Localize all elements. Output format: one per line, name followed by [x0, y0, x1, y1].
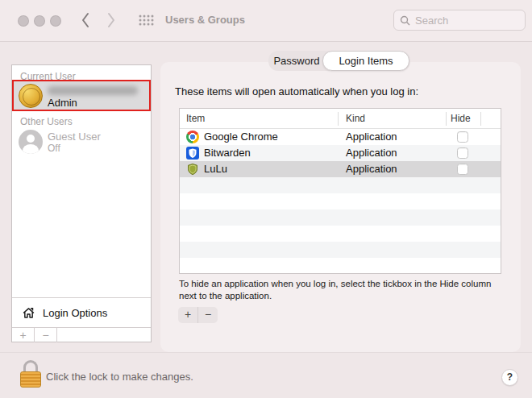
- column-divider: [480, 112, 481, 126]
- column-header-item[interactable]: Item: [186, 113, 205, 124]
- titlebar: Users & Groups: [0, 0, 532, 42]
- guest-avatar: [19, 130, 43, 154]
- chrome-icon: [186, 131, 199, 143]
- empty-table-row: [180, 226, 501, 242]
- column-header-hide[interactable]: Hide: [451, 113, 471, 124]
- login-items-intro-text: These items will open automatically when…: [175, 85, 418, 97]
- add-login-item-button[interactable]: +: [178, 307, 198, 323]
- sidebar-item-admin-user[interactable]: Admin: [12, 81, 151, 111]
- search-field[interactable]: [393, 10, 526, 31]
- chevron-right-icon: [106, 12, 116, 28]
- lock-icon[interactable]: [20, 360, 41, 388]
- login-items-table: Item Kind Hide Google Chrome Application…: [179, 108, 501, 274]
- table-row-lulu[interactable]: LuLu Application: [180, 161, 501, 177]
- add-user-button[interactable]: +: [12, 328, 35, 342]
- admin-avatar: [19, 84, 43, 108]
- current-user-section-label: Current User: [20, 71, 76, 82]
- close-window-button[interactable]: [18, 15, 29, 27]
- item-name: Bitwarden: [204, 145, 251, 161]
- hide-checkbox-bitwarden[interactable]: [457, 147, 468, 159]
- lulu-icon: [186, 163, 199, 176]
- sidebar-add-remove-bar: + −: [12, 327, 151, 342]
- user-list-sidebar: Current User Admin Other Users Guest Use…: [11, 64, 152, 342]
- search-input[interactable]: [414, 14, 513, 27]
- empty-table-row: [180, 177, 501, 193]
- column-divider: [338, 112, 339, 126]
- empty-table-row: [180, 258, 501, 274]
- login-items-add-remove-bar: + −: [178, 307, 218, 323]
- column-divider: [446, 112, 447, 126]
- item-name: Google Chrome: [204, 129, 278, 145]
- home-icon: [22, 306, 35, 319]
- window-title: Users & Groups: [165, 14, 245, 26]
- zoom-window-button[interactable]: [50, 15, 61, 27]
- sidebar-item-guest-user[interactable]: Guest User Off: [12, 127, 151, 158]
- guest-user-status: Off: [48, 143, 60, 154]
- minimize-window-button[interactable]: [34, 15, 45, 27]
- empty-table-row: [180, 209, 501, 226]
- forward-button[interactable]: [102, 10, 121, 30]
- hide-instructions-note: To hide an application when you log in, …: [179, 278, 509, 302]
- show-all-grid-icon[interactable]: [139, 15, 154, 29]
- remove-login-item-button[interactable]: −: [198, 307, 218, 323]
- help-button[interactable]: ?: [501, 369, 518, 386]
- table-header: Item Kind Hide: [180, 109, 501, 129]
- hide-checkbox-google-chrome[interactable]: [457, 131, 468, 143]
- item-kind: Application: [346, 129, 397, 145]
- guest-user-label: Guest User: [48, 131, 101, 143]
- table-row-bitwarden[interactable]: Bitwarden Application: [180, 145, 501, 161]
- table-row-google-chrome[interactable]: Google Chrome Application: [180, 129, 501, 145]
- bitwarden-icon: [186, 147, 199, 160]
- column-header-kind[interactable]: Kind: [346, 113, 365, 124]
- login-options-button[interactable]: Login Options: [12, 297, 151, 327]
- empty-table-row: [180, 242, 501, 258]
- tab-password[interactable]: Password: [268, 51, 325, 71]
- redacted-username-blur: [48, 86, 138, 95]
- item-name: LuLu: [204, 161, 227, 177]
- login-options-label: Login Options: [43, 307, 107, 319]
- empty-table-row: [180, 193, 501, 209]
- search-icon: [400, 15, 410, 26]
- back-button[interactable]: [76, 10, 95, 30]
- chevron-left-icon: [81, 12, 90, 28]
- hide-checkbox-lulu[interactable]: [457, 164, 468, 175]
- tab-login-items[interactable]: Login Items: [322, 51, 409, 71]
- admin-role-label: Admin: [48, 97, 77, 109]
- footer-divider: [0, 352, 532, 353]
- lock-hint-text: Click the lock to make changes.: [46, 371, 193, 383]
- remove-user-button[interactable]: −: [35, 328, 57, 342]
- item-kind: Application: [346, 161, 397, 177]
- other-users-section-label: Other Users: [20, 116, 73, 127]
- item-kind: Application: [346, 145, 397, 161]
- tab-bar: Password Login Items: [268, 51, 410, 71]
- users-groups-window: Users & Groups Password Login Items Curr…: [0, 0, 532, 398]
